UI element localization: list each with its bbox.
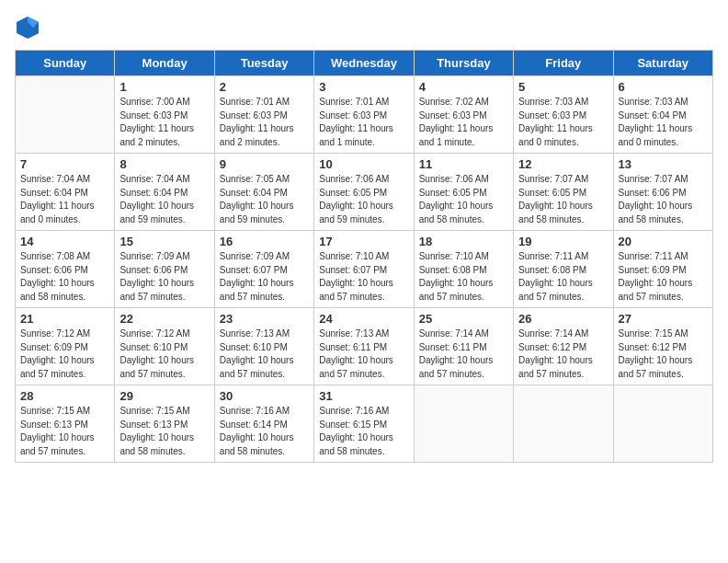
day-header-sunday: Sunday xyxy=(16,51,115,76)
day-header-thursday: Thursday xyxy=(414,51,513,76)
day-info: Sunrise: 7:15 AMSunset: 6:12 PMDaylight:… xyxy=(619,327,708,381)
calendar-week-3: 14Sunrise: 7:08 AMSunset: 6:06 PMDayligh… xyxy=(16,231,713,308)
day-info: Sunrise: 7:10 AMSunset: 6:08 PMDaylight:… xyxy=(419,250,508,304)
day-number: 12 xyxy=(518,157,608,171)
calendar-cell: 5Sunrise: 7:03 AMSunset: 6:03 PMDaylight… xyxy=(514,76,613,154)
day-info: Sunrise: 7:15 AMSunset: 6:13 PMDaylight:… xyxy=(119,405,209,458)
calendar-week-1: 1Sunrise: 7:00 AMSunset: 6:03 PMDaylight… xyxy=(16,76,713,154)
day-number: 5 xyxy=(518,80,608,94)
calendar-cell: 12Sunrise: 7:07 AMSunset: 6:05 PMDayligh… xyxy=(514,154,613,231)
day-info: Sunrise: 7:01 AMSunset: 6:03 PMDaylight:… xyxy=(319,96,408,149)
logo-icon xyxy=(15,15,40,40)
day-number: 14 xyxy=(20,235,109,248)
day-info: Sunrise: 7:03 AMSunset: 6:04 PMDaylight:… xyxy=(619,96,708,149)
day-info: Sunrise: 7:09 AMSunset: 6:07 PMDaylight:… xyxy=(220,250,309,304)
calendar-cell: 29Sunrise: 7:15 AMSunset: 6:13 PMDayligh… xyxy=(115,385,214,463)
day-number: 29 xyxy=(119,389,209,403)
day-info: Sunrise: 7:12 AMSunset: 6:09 PMDaylight:… xyxy=(20,327,109,381)
logo xyxy=(15,15,44,40)
calendar-header-row: SundayMondayTuesdayWednesdayThursdayFrid… xyxy=(16,51,713,76)
calendar-cell: 28Sunrise: 7:15 AMSunset: 6:13 PMDayligh… xyxy=(16,385,115,463)
day-info: Sunrise: 7:13 AMSunset: 6:10 PMDaylight:… xyxy=(220,327,309,381)
calendar-cell: 30Sunrise: 7:16 AMSunset: 6:14 PMDayligh… xyxy=(214,385,313,463)
day-info: Sunrise: 7:13 AMSunset: 6:11 PMDaylight:… xyxy=(319,327,408,381)
day-number: 26 xyxy=(518,312,608,326)
day-info: Sunrise: 7:01 AMSunset: 6:03 PMDaylight:… xyxy=(220,96,309,149)
calendar-cell: 16Sunrise: 7:09 AMSunset: 6:07 PMDayligh… xyxy=(214,231,313,308)
calendar-cell xyxy=(16,76,115,154)
day-info: Sunrise: 7:12 AMSunset: 6:10 PMDaylight:… xyxy=(119,327,209,381)
day-number: 9 xyxy=(220,157,309,171)
calendar-cell xyxy=(613,385,712,463)
day-info: Sunrise: 7:05 AMSunset: 6:04 PMDaylight:… xyxy=(220,173,309,226)
day-number: 7 xyxy=(20,157,109,171)
calendar-cell: 14Sunrise: 7:08 AMSunset: 6:06 PMDayligh… xyxy=(16,231,115,308)
day-number: 8 xyxy=(119,157,209,171)
calendar-cell: 6Sunrise: 7:03 AMSunset: 6:04 PMDaylight… xyxy=(613,76,712,154)
day-info: Sunrise: 7:06 AMSunset: 6:05 PMDaylight:… xyxy=(319,173,408,226)
calendar-cell: 22Sunrise: 7:12 AMSunset: 6:10 PMDayligh… xyxy=(115,308,214,385)
day-header-tuesday: Tuesday xyxy=(214,51,313,76)
day-info: Sunrise: 7:10 AMSunset: 6:07 PMDaylight:… xyxy=(319,250,408,304)
calendar-cell: 20Sunrise: 7:11 AMSunset: 6:09 PMDayligh… xyxy=(613,231,712,308)
day-number: 13 xyxy=(619,157,708,171)
day-info: Sunrise: 7:04 AMSunset: 6:04 PMDaylight:… xyxy=(119,173,209,226)
day-number: 3 xyxy=(319,80,408,94)
day-number: 23 xyxy=(220,312,309,326)
calendar-cell: 27Sunrise: 7:15 AMSunset: 6:12 PMDayligh… xyxy=(613,308,712,385)
day-header-saturday: Saturday xyxy=(613,51,712,76)
calendar-cell: 2Sunrise: 7:01 AMSunset: 6:03 PMDaylight… xyxy=(214,76,313,154)
calendar-body: 1Sunrise: 7:00 AMSunset: 6:03 PMDaylight… xyxy=(16,76,713,463)
calendar-cell: 9Sunrise: 7:05 AMSunset: 6:04 PMDaylight… xyxy=(214,154,313,231)
day-info: Sunrise: 7:11 AMSunset: 6:08 PMDaylight:… xyxy=(518,250,608,304)
day-number: 1 xyxy=(119,80,209,94)
day-info: Sunrise: 7:00 AMSunset: 6:03 PMDaylight:… xyxy=(119,96,209,149)
day-header-friday: Friday xyxy=(514,51,613,76)
calendar-cell: 19Sunrise: 7:11 AMSunset: 6:08 PMDayligh… xyxy=(514,231,613,308)
day-info: Sunrise: 7:03 AMSunset: 6:03 PMDaylight:… xyxy=(518,96,608,149)
calendar-cell: 15Sunrise: 7:09 AMSunset: 6:06 PMDayligh… xyxy=(115,231,214,308)
day-number: 18 xyxy=(419,235,508,248)
day-number: 21 xyxy=(20,312,109,326)
day-info: Sunrise: 7:14 AMSunset: 6:11 PMDaylight:… xyxy=(419,327,508,381)
day-info: Sunrise: 7:16 AMSunset: 6:14 PMDaylight:… xyxy=(220,405,309,458)
calendar-cell: 13Sunrise: 7:07 AMSunset: 6:06 PMDayligh… xyxy=(613,154,712,231)
day-info: Sunrise: 7:02 AMSunset: 6:03 PMDaylight:… xyxy=(419,96,508,149)
calendar-week-5: 28Sunrise: 7:15 AMSunset: 6:13 PMDayligh… xyxy=(16,385,713,463)
calendar-week-4: 21Sunrise: 7:12 AMSunset: 6:09 PMDayligh… xyxy=(16,308,713,385)
day-number: 17 xyxy=(319,235,408,248)
day-info: Sunrise: 7:07 AMSunset: 6:05 PMDaylight:… xyxy=(518,173,608,226)
day-info: Sunrise: 7:04 AMSunset: 6:04 PMDaylight:… xyxy=(20,173,109,226)
day-header-wednesday: Wednesday xyxy=(314,51,414,76)
calendar-cell: 26Sunrise: 7:14 AMSunset: 6:12 PMDayligh… xyxy=(514,308,613,385)
day-number: 20 xyxy=(619,235,708,248)
calendar-cell: 24Sunrise: 7:13 AMSunset: 6:11 PMDayligh… xyxy=(314,308,414,385)
day-info: Sunrise: 7:15 AMSunset: 6:13 PMDaylight:… xyxy=(20,405,109,458)
day-number: 15 xyxy=(119,235,209,248)
calendar-table: SundayMondayTuesdayWednesdayThursdayFrid… xyxy=(15,50,713,463)
day-info: Sunrise: 7:11 AMSunset: 6:09 PMDaylight:… xyxy=(619,250,708,304)
calendar-cell: 7Sunrise: 7:04 AMSunset: 6:04 PMDaylight… xyxy=(16,154,115,231)
calendar-cell: 17Sunrise: 7:10 AMSunset: 6:07 PMDayligh… xyxy=(314,231,414,308)
day-info: Sunrise: 7:08 AMSunset: 6:06 PMDaylight:… xyxy=(20,250,109,304)
day-number: 6 xyxy=(619,80,708,94)
calendar-cell: 11Sunrise: 7:06 AMSunset: 6:05 PMDayligh… xyxy=(414,154,513,231)
calendar-cell: 31Sunrise: 7:16 AMSunset: 6:15 PMDayligh… xyxy=(314,385,414,463)
calendar-cell: 3Sunrise: 7:01 AMSunset: 6:03 PMDaylight… xyxy=(314,76,414,154)
day-number: 22 xyxy=(119,312,209,326)
calendar-cell: 18Sunrise: 7:10 AMSunset: 6:08 PMDayligh… xyxy=(414,231,513,308)
calendar-cell xyxy=(514,385,613,463)
calendar-cell: 4Sunrise: 7:02 AMSunset: 6:03 PMDaylight… xyxy=(414,76,513,154)
calendar-cell: 23Sunrise: 7:13 AMSunset: 6:10 PMDayligh… xyxy=(214,308,313,385)
day-info: Sunrise: 7:14 AMSunset: 6:12 PMDaylight:… xyxy=(518,327,608,381)
day-number: 30 xyxy=(220,389,309,403)
day-info: Sunrise: 7:06 AMSunset: 6:05 PMDaylight:… xyxy=(419,173,508,226)
page-header xyxy=(15,15,713,40)
day-number: 31 xyxy=(319,389,408,403)
day-info: Sunrise: 7:09 AMSunset: 6:06 PMDaylight:… xyxy=(119,250,209,304)
calendar-cell: 1Sunrise: 7:00 AMSunset: 6:03 PMDaylight… xyxy=(115,76,214,154)
calendar-cell xyxy=(414,385,513,463)
day-number: 27 xyxy=(619,312,708,326)
day-number: 25 xyxy=(419,312,508,326)
calendar-cell: 8Sunrise: 7:04 AMSunset: 6:04 PMDaylight… xyxy=(115,154,214,231)
